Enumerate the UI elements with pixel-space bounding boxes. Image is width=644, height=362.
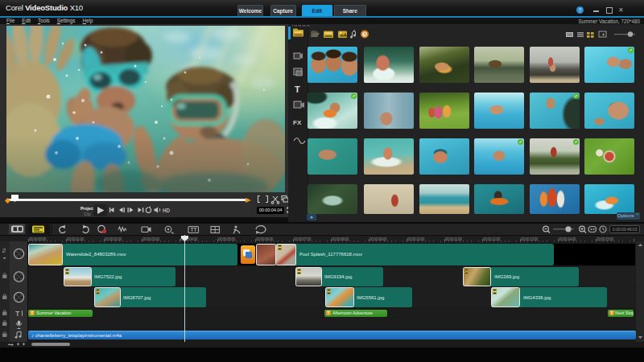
svg-text:FX: FX: [293, 119, 302, 126]
svg-text:0:00:03:49.03: 0:00:03:49.03: [613, 227, 638, 232]
svg-text:T: T: [194, 227, 197, 232]
svg-text:T: T: [15, 310, 20, 318]
svg-text:HD: HD: [163, 208, 171, 213]
svg-text:T: T: [295, 84, 300, 94]
